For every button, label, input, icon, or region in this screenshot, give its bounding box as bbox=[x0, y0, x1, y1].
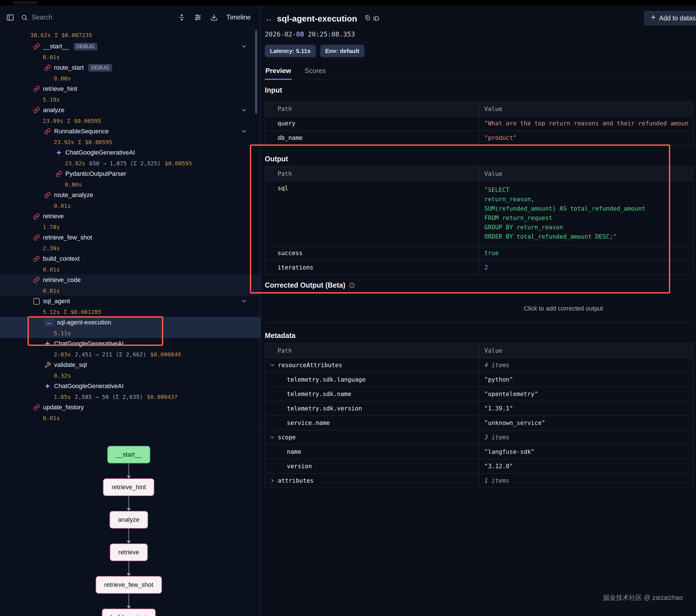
metadata-table: Path Value resourceAttributes 4 items te… bbox=[265, 343, 694, 488]
span-tokens: 650 → 1,875 (Σ 2,525) bbox=[89, 160, 161, 167]
table-row: telemetry.sdk.name "opentelemetry" bbox=[265, 387, 693, 401]
tree-scrollbar[interactable] bbox=[255, 30, 257, 114]
graph-edge-arrow bbox=[127, 541, 131, 543]
tree-row[interactable]: retrieve_hint 5.19s bbox=[0, 83, 260, 105]
span-name: RunnableSequence bbox=[54, 128, 109, 135]
graph-node[interactable]: build_context bbox=[102, 609, 156, 616]
span-name: validate_sql bbox=[54, 361, 87, 369]
expand-all-icon[interactable] bbox=[178, 14, 186, 21]
span-duration: 0.00s bbox=[54, 75, 71, 82]
tree-row[interactable]: build_context 0.01s bbox=[0, 253, 260, 274]
graph-node[interactable]: retrieve_few_shot bbox=[96, 576, 162, 594]
span-duration: 23.99s bbox=[43, 118, 63, 124]
table-row: db_name "product" bbox=[265, 130, 693, 145]
tree-row[interactable]: sql_agent 5.12s Σ $0.001285 bbox=[0, 295, 260, 317]
tree-row[interactable]: ChatGoogleGenerativeAI 23.92s 650 → 1,87… bbox=[0, 147, 260, 168]
sparkle-icon bbox=[55, 149, 63, 156]
span-name: ChatGoogleGenerativeAI bbox=[54, 340, 124, 347]
trace-span-tree: 38.62s Σ $0.007235 __start__ DEBUG 0.01s… bbox=[0, 29, 260, 423]
span-name: ChatGoogleGenerativeAI bbox=[54, 383, 124, 390]
table-row: name "langfuse-sdk" bbox=[265, 444, 693, 459]
tab-preview[interactable]: Preview bbox=[265, 63, 292, 80]
span-name: route_start bbox=[54, 64, 84, 71]
tree-row[interactable]: ChatGoogleGenerativeAI 1.85s 2,585 → 50 … bbox=[0, 381, 260, 402]
table-header-row: Path Value bbox=[265, 344, 693, 358]
link-icon bbox=[33, 213, 40, 220]
tree-row-root-metrics[interactable]: 38.62s Σ $0.007235 bbox=[0, 29, 260, 41]
metadata-expander-row[interactable]: resourceAttributes 4 items bbox=[265, 358, 693, 372]
table-row: telemetry.sdk.version "1.39.1" bbox=[265, 401, 693, 416]
graph-edge bbox=[128, 496, 129, 509]
info-icon[interactable] bbox=[349, 282, 355, 289]
arrows-left-right-icon: ↔ bbox=[44, 319, 54, 326]
span-name: sql-agent-execution bbox=[57, 319, 111, 326]
add-corrected-output-area[interactable]: Click to add corrected output bbox=[265, 295, 693, 322]
tree-row-selected[interactable]: ↔ sql-agent-execution 5.11s bbox=[0, 317, 260, 338]
link-icon bbox=[44, 128, 51, 135]
tree-row[interactable]: PydanticOutputParser 0.00s bbox=[0, 168, 260, 189]
timeline-toggle[interactable]: Timeline bbox=[226, 14, 251, 21]
graph-node[interactable]: analyze bbox=[110, 511, 148, 528]
table-row: version "3.12.0" bbox=[265, 459, 693, 473]
sparkle-icon bbox=[44, 383, 51, 390]
chevron-right-icon[interactable] bbox=[270, 478, 275, 483]
tree-row[interactable]: ChatGoogleGenerativeAI 2.83s 2,451 → 211… bbox=[0, 338, 260, 359]
chevron-down-icon[interactable] bbox=[241, 128, 247, 136]
span-duration: 23.92s bbox=[65, 160, 85, 167]
tree-row[interactable]: update_history 0.01s bbox=[0, 402, 260, 423]
table-header-row: Path Value bbox=[265, 167, 693, 181]
output-table: Path Value sql "SELECT return_reason, SU… bbox=[265, 167, 694, 275]
span-duration: 1.78s bbox=[43, 224, 60, 230]
tree-row[interactable]: RunnableSequence 23.92s Σ $0.00595 bbox=[0, 126, 260, 147]
span-name: retrieve_hint bbox=[43, 85, 77, 93]
chevron-down-icon[interactable] bbox=[241, 107, 247, 114]
tab-scores[interactable]: Scores bbox=[304, 63, 327, 79]
tree-row[interactable]: __start__ DEBUG 0.01s bbox=[0, 41, 260, 62]
input-heading: Input bbox=[265, 86, 696, 94]
search-icon bbox=[21, 14, 28, 21]
tree-row[interactable]: retrieve 1.78s bbox=[0, 211, 260, 232]
download-icon[interactable] bbox=[210, 14, 218, 21]
graph-node[interactable]: retrieve bbox=[110, 543, 147, 561]
copy-id-button[interactable]: ID bbox=[364, 15, 379, 22]
search-input[interactable]: Search bbox=[21, 14, 178, 21]
span-duration: 0.00s bbox=[65, 181, 82, 188]
env-badge: Env: default bbox=[320, 45, 364, 57]
span-duration: 5.19s bbox=[43, 96, 60, 103]
arrows-left-right-icon: ↔ bbox=[265, 14, 272, 23]
graph-pane: __start__ retrieve_hint analyze retrieve… bbox=[0, 425, 260, 616]
tree-row[interactable]: route_start DEBUG 0.00s bbox=[0, 62, 260, 83]
window-pill bbox=[13, 1, 38, 4]
sidebar-toggle-icon[interactable] bbox=[6, 14, 14, 21]
watermark: 掘金技术社区 @ zaizaizhao bbox=[603, 594, 683, 602]
graph-edge-arrow bbox=[127, 476, 131, 478]
graph-node[interactable]: retrieve_hint bbox=[103, 478, 154, 496]
chevron-down-icon[interactable] bbox=[270, 363, 275, 368]
chevron-down-icon[interactable] bbox=[270, 434, 275, 440]
metadata-expander-row[interactable]: scope 3 items bbox=[265, 430, 693, 444]
span-cost: Σ $0.00595 bbox=[67, 118, 101, 124]
trace-viewer-page: Search Timeline 38.62s Σ $0.007235 bbox=[0, 0, 696, 616]
tree-row[interactable]: analyze 23.99s Σ $0.00595 bbox=[0, 105, 260, 126]
view-settings-icon[interactable] bbox=[194, 14, 202, 21]
sparkle-icon bbox=[44, 340, 51, 347]
tree-row[interactable]: retrieve_code 0.01s bbox=[0, 274, 260, 295]
span-duration: 23.92s bbox=[54, 139, 74, 145]
chevron-down-icon[interactable] bbox=[241, 298, 247, 306]
span-duration: 1.85s bbox=[54, 394, 71, 400]
tree-row[interactable]: retrieve_few_shot 2.39s bbox=[0, 232, 260, 253]
span-duration: 2.39s bbox=[43, 245, 60, 252]
tree-row[interactable]: validate_sql 0.32s bbox=[0, 359, 260, 381]
link-icon bbox=[33, 43, 40, 50]
span-tokens: 2,451 → 211 (Σ 2,662) bbox=[75, 351, 146, 358]
tree-row[interactable]: route_analyze 0.01s bbox=[0, 189, 260, 211]
table-row: iterations 2 bbox=[265, 260, 693, 275]
add-to-dataset-button[interactable]: Add to dataset bbox=[644, 11, 696, 26]
span-cost: $0.00595 bbox=[165, 160, 192, 167]
graph-node-start[interactable]: __start__ bbox=[107, 446, 150, 463]
corrected-output-heading: Corrected Output (Beta) bbox=[265, 281, 696, 289]
chevron-down-icon[interactable] bbox=[241, 43, 247, 51]
page-title: sql-agent-execution bbox=[277, 14, 357, 24]
metadata-expander-row[interactable]: attributes 1 items bbox=[265, 473, 693, 488]
link-icon bbox=[33, 106, 40, 114]
